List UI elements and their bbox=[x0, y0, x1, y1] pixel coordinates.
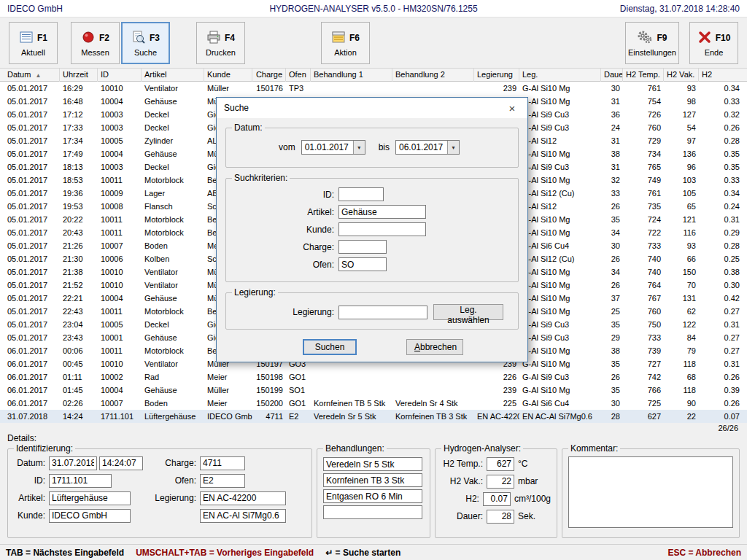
detail-kunde-field[interactable] bbox=[49, 509, 131, 523]
table-row[interactable]: 06.01.201701:4510004GehäuseMüller150199S… bbox=[0, 384, 747, 397]
table-row[interactable]: 06.01.201702:2610007BodenMeier150200GO1K… bbox=[0, 397, 747, 410]
date-from-value: 01.01.2017 bbox=[305, 142, 349, 152]
toolbar-button-label: Suche bbox=[134, 48, 157, 57]
table-cell: TP3 bbox=[286, 82, 311, 95]
detail-ofen-field[interactable] bbox=[200, 474, 245, 488]
detail-legierung-field[interactable] bbox=[200, 491, 286, 505]
table-cell: 34 bbox=[601, 265, 623, 279]
column-header[interactable]: H2 bbox=[699, 69, 747, 82]
detail-time-field[interactable] bbox=[99, 456, 143, 470]
table-cell: 31 bbox=[601, 160, 623, 174]
toolbar-button-f1[interactable]: F1Aktuell bbox=[9, 22, 58, 64]
table-cell: 05.01.2017 bbox=[4, 95, 60, 108]
analyser-value-field[interactable] bbox=[483, 492, 511, 506]
table-cell: 740 bbox=[623, 265, 664, 279]
table-row[interactable]: 05.01.201716:2910010VentilatorMüller1501… bbox=[0, 82, 747, 95]
criteria-input-artikel[interactable] bbox=[338, 205, 426, 219]
calendar-dropdown-icon[interactable] bbox=[447, 141, 459, 154]
column-header[interactable]: ID bbox=[98, 69, 142, 82]
table-cell: Meier bbox=[204, 370, 252, 384]
table-cell: G-Al Si10 Mg bbox=[519, 292, 601, 305]
criteria-input-id[interactable] bbox=[338, 187, 384, 201]
alloy-input[interactable] bbox=[338, 306, 427, 319]
statusbar-hint: UMSCHALT+TAB = Vorheriges Eingabefeld bbox=[136, 548, 314, 558]
comment-field[interactable] bbox=[568, 456, 733, 528]
table-cell: 06.01.2017 bbox=[4, 344, 60, 357]
table-cell: 0.27 bbox=[699, 344, 747, 357]
table-cell: 150200 bbox=[252, 397, 286, 410]
table-cell: 10003 bbox=[98, 160, 142, 174]
column-header[interactable]: Charge bbox=[252, 69, 286, 82]
analyser-value-field[interactable] bbox=[487, 510, 514, 524]
table-cell: 761 bbox=[623, 187, 664, 200]
table-cell: 10004 bbox=[98, 292, 142, 305]
behandlung-field[interactable] bbox=[323, 473, 422, 487]
table-cell: 127 bbox=[664, 108, 699, 121]
table-cell: 90 bbox=[664, 397, 699, 410]
column-header[interactable]: Ofen bbox=[286, 69, 311, 82]
toolbar-button-label: Aktion bbox=[334, 48, 357, 57]
criteria-label: ID: bbox=[232, 190, 338, 200]
behandlung-field[interactable] bbox=[323, 457, 422, 471]
table-cell: 10011 bbox=[98, 305, 142, 318]
search-button[interactable]: Suchen bbox=[303, 339, 357, 355]
table-row[interactable]: 06.01.201701:1110002RadMeier150198GO1226… bbox=[0, 370, 747, 384]
date-from-label: vom bbox=[279, 142, 301, 152]
table-cell: G-Al Si10 Mg bbox=[519, 357, 601, 370]
detail-label: Legierung: bbox=[153, 493, 200, 503]
close-icon[interactable] bbox=[497, 98, 527, 118]
calendar-dropdown-icon[interactable] bbox=[353, 141, 365, 154]
table-cell: SO1 bbox=[286, 384, 311, 397]
column-header[interactable]: Datum bbox=[4, 69, 60, 82]
criteria-input-ofen[interactable] bbox=[338, 257, 387, 271]
window-title: HYDROGEN-ANALYSER v5.5.0 - HM320SN/76.12… bbox=[182, 4, 565, 14]
table-cell: 17:12 bbox=[60, 108, 98, 121]
toolbar-button-f4[interactable]: F4Drucken bbox=[196, 22, 245, 64]
table-cell: 10004 bbox=[98, 147, 142, 160]
cancel-button[interactable]: Abbrechen bbox=[406, 339, 463, 355]
toolbar-button-f10[interactable]: F10Ende bbox=[689, 22, 738, 64]
table-cell: 16:48 bbox=[60, 95, 98, 108]
dialog-titlebar[interactable]: Suche bbox=[217, 98, 527, 118]
criteria-input-kunde[interactable] bbox=[338, 222, 426, 236]
statusbar-hint: ↵ = Suche starten bbox=[325, 548, 400, 558]
fkey-label: F1 bbox=[37, 33, 47, 43]
column-header[interactable]: Leg. bbox=[519, 69, 601, 82]
table-cell: Deckel bbox=[142, 160, 204, 174]
detail-label: Charge: bbox=[153, 458, 200, 468]
toolbar-button-f3[interactable]: F3Suche bbox=[121, 22, 170, 64]
toolbar-button-f2[interactable]: F2Messen bbox=[71, 22, 120, 64]
table-cell: 627 bbox=[623, 410, 664, 423]
column-header[interactable]: Dauer bbox=[601, 69, 623, 82]
detail-artikel-field[interactable] bbox=[49, 491, 131, 505]
select-alloy-button[interactable]: Leg. auswählen bbox=[433, 304, 503, 320]
column-header[interactable]: H2 Temp. bbox=[623, 69, 664, 82]
column-header[interactable]: Behandlung 2 bbox=[392, 69, 474, 82]
date-from-picker[interactable]: 01.01.2017 bbox=[301, 140, 365, 155]
column-header[interactable]: Kunde bbox=[204, 69, 252, 82]
detail-datum-field[interactable] bbox=[49, 456, 97, 470]
detail-legierung2-field[interactable] bbox=[200, 509, 286, 523]
datetime: Dienstag, 31.07.2018 14:28:40 bbox=[565, 4, 740, 14]
column-header[interactable]: Behandlung 1 bbox=[311, 69, 392, 82]
criteria-input-charge[interactable] bbox=[338, 240, 387, 254]
detail-charge-field[interactable] bbox=[200, 456, 245, 470]
table-row[interactable]: 31.07.201814:241711.101LüftergehäuseIDEC… bbox=[0, 410, 747, 423]
toolbar-button-f6[interactable]: F6Aktion bbox=[321, 22, 370, 64]
column-header[interactable]: Legierung bbox=[474, 69, 519, 82]
detail-id-field[interactable] bbox=[49, 474, 112, 488]
behandlung-field[interactable] bbox=[323, 489, 422, 503]
behandlung-field[interactable] bbox=[323, 505, 422, 519]
analyser-value-field[interactable] bbox=[487, 457, 514, 471]
analyser-value-field[interactable] bbox=[487, 475, 514, 489]
toolbar-button-f9[interactable]: F9Einstellungen bbox=[625, 22, 679, 64]
table-cell: 62 bbox=[664, 305, 699, 318]
table-cell: 10004 bbox=[98, 95, 142, 108]
criteria-label: Kunde: bbox=[232, 225, 338, 235]
column-header[interactable]: Uhrzeit bbox=[60, 69, 98, 82]
table-cell: G-Al Si10 Mg bbox=[519, 82, 601, 95]
table-cell: 25 bbox=[601, 305, 623, 318]
column-header[interactable]: H2 Vak. bbox=[664, 69, 699, 82]
column-header[interactable]: Artikel bbox=[142, 69, 204, 82]
date-to-picker[interactable]: 06.01.2017 bbox=[395, 140, 460, 155]
